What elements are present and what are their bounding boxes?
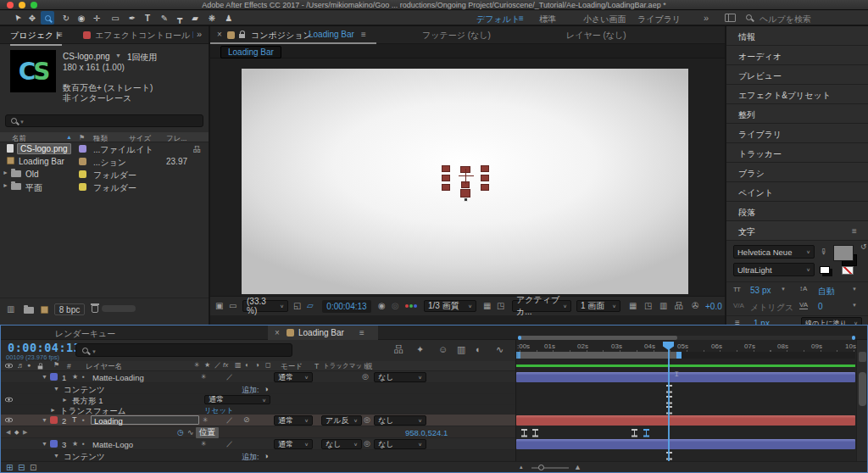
time-ruler[interactable]: :00s 01s 02s 03s 04s 05s 06s 07s 08s 09s… [516,342,855,352]
exposure-icon[interactable]: ✇ [692,302,698,310]
layer-row-loading[interactable]: ▼ 2 T ▪ Loading ✳ ／ ⊘ 通常∨ アル反∨ ◎ なし∨ [1,415,515,426]
panel-tab-effects-presets[interactable]: エフェクト&プリセット [726,85,868,104]
tab-comp-active[interactable]: × Loading Bar ≡ [268,326,378,340]
property-row-position[interactable]: ◀ ◆ ▶ ◷ ∿ 位置 958.0,524.1 [1,426,515,438]
parent-dropdown[interactable]: なし∨ [374,372,426,382]
new-folder-icon[interactable] [24,307,34,314]
collapse-switch-icon[interactable]: ✳ [201,441,207,448]
workspace-tab-libraries[interactable]: ライブラリ [637,14,681,25]
expand-caret-icon[interactable]: ▼ [53,386,59,392]
expand-caret-icon[interactable]: ► [3,182,8,188]
layer-row-matte-loading[interactable]: ▼ 1 ★ ▪ Matte-Loading ✳ ／ 通常∨ ◎ なし∨ [1,371,515,383]
workspace-tab-default[interactable]: デフォルト [476,14,520,25]
close-tab-icon[interactable]: × [217,30,222,39]
trkmat-column[interactable]: トラックマット [323,362,369,370]
shape-tool-icon[interactable]: ▭ [108,11,122,25]
breadcrumb[interactable]: Loading Bar [220,46,281,58]
work-area-end-handle[interactable] [676,352,682,359]
label-column-icon[interactable]: ⚑ [79,134,85,142]
help-search-input[interactable]: ヘルプを検索 [760,14,811,25]
playhead-line[interactable] [668,342,670,461]
label-chip[interactable] [79,145,86,153]
expand-caret-icon[interactable]: ► [62,397,68,403]
parent-pickwhip-icon[interactable]: ◎ [364,440,370,448]
bit-depth-button[interactable]: 8 bpc [54,303,85,315]
workspace-tab-standard[interactable]: 標準 [539,14,556,25]
layer-name[interactable]: Matte-Logo [92,440,133,449]
font-style-dropdown[interactable]: UltraLight∨ [733,263,815,276]
timeline-zoom-slider[interactable] [531,467,569,469]
font-family-dropdown[interactable]: Helvetica Neue∨ [733,245,815,259]
always-preview-icon[interactable]: ▣ [215,302,223,310]
font-size-caret-icon[interactable]: ▼ [781,287,786,292]
eyedropper-icon[interactable]: ✑ [819,248,827,255]
project-panel-menu-icon[interactable]: ≡ [58,30,63,39]
panel-tab-preview[interactable]: プレビュー [726,65,868,85]
layer-bar-matte-logo[interactable] [516,439,855,449]
project-search-input[interactable]: ▼ [5,114,203,127]
label-chip[interactable] [50,416,58,424]
zoom-in-mountain-icon[interactable]: ▲ [574,463,581,471]
expand-caret-icon[interactable]: ▼ [42,417,47,423]
prev-keyframe-icon[interactable]: ◀ [6,429,10,436]
kerning-value[interactable]: メトリクス [750,302,793,314]
active-camera-dropdown[interactable]: アクティブカ...∨ [512,300,571,312]
shy-layers-icon[interactable]: ☺ [438,345,448,354]
selection-tool-icon[interactable]: ➤ [8,8,26,27]
parent-dropdown[interactable]: なし∨ [374,415,426,426]
workspace-tab-small-screen[interactable]: 小さい画面 [583,14,626,25]
leading-value[interactable]: 自動 [818,286,835,298]
tab-composition-name[interactable]: Loading Bar [309,30,354,39]
selection-handle[interactable] [464,198,468,202]
add-property-icon[interactable]: ◑ [264,385,268,393]
composition-canvas[interactable] [242,69,688,294]
scroll-icon[interactable] [859,352,866,362]
graph-editor-icon[interactable]: ∿ [496,345,504,354]
roto-brush-tool-icon[interactable]: ❋ [205,11,219,25]
next-keyframe-icon[interactable]: ▶ [23,429,27,436]
expand-caret-icon[interactable]: ▼ [42,374,47,380]
parent-dropdown[interactable]: なし∨ [374,439,426,449]
label-chip[interactable] [50,440,58,448]
snapshot-icon[interactable]: ◉ [378,302,386,310]
character-panel-menu-icon[interactable]: ≡ [852,226,857,236]
expand-caret-icon[interactable]: ▼ [42,441,47,447]
zoom-tool-icon[interactable] [41,11,54,25]
quality-switch-icon[interactable]: ／ [226,441,233,448]
expand-modes-pane-icon[interactable]: ⊟ [18,463,25,472]
tab-project[interactable]: プロジェクト [10,30,62,46]
expand-caret-icon[interactable]: ▼ [53,453,59,459]
zoom-handle-right[interactable] [852,336,855,340]
minimize-window-button[interactable] [19,2,25,8]
layer-bar-matte-loading[interactable] [516,372,855,382]
preview-caret-icon[interactable]: ▼ [115,53,121,58]
puppet-pin-tool-icon[interactable]: ♟ [222,11,236,25]
layer-bar-loading[interactable] [516,415,855,426]
workspace-bar-icon[interactable] [725,14,736,22]
layer-name-edit-field[interactable]: Loading [91,415,199,425]
property-graph-icon[interactable]: ∿ [187,428,194,437]
timeline-search-input[interactable]: ▼ [75,343,292,357]
project-tab-overflow-icon[interactable]: » [197,29,202,39]
project-row-old[interactable]: ► Old フォルダー [0,168,209,181]
tab-render-queue[interactable]: レンダーキュー [55,328,115,340]
viewer-panel-menu-icon[interactable]: ≡ [361,30,366,39]
quality-switch-icon[interactable]: ／ [226,374,233,381]
layer-row-matte-logo[interactable]: ▼ 3 ★ ▪ Matte-Logo ✳ ／ 通常∨ なし∨ ◎ なし∨ [1,438,515,450]
fill-color-swatch[interactable] [833,245,854,261]
scrollbar-thumb[interactable] [859,372,866,406]
anchor-point-crosshair[interactable] [465,169,466,184]
project-row-solids[interactable]: ► 平面 フォルダー [0,181,209,193]
grid-guides-icon[interactable]: ▦ [629,302,637,310]
property-group-transform[interactable]: ► トランスフォーム リセット [1,405,515,415]
workspace-menu-icon[interactable]: ≡ [519,14,524,23]
timeline-zoom-scrollbar[interactable] [518,336,855,340]
stopwatch-icon[interactable]: ◷ [177,428,184,437]
property-group-contents-2[interactable]: ▼ コンテンツ 追加: ◑ [1,450,515,461]
font-size-value[interactable]: 53 px [750,286,771,295]
panel-tab-info[interactable]: 情報 [726,26,868,46]
panel-tab-align[interactable]: 整列 [726,104,868,124]
trash-icon[interactable] [92,305,98,313]
channel-icon[interactable] [405,304,417,308]
label-chip[interactable] [50,373,58,381]
